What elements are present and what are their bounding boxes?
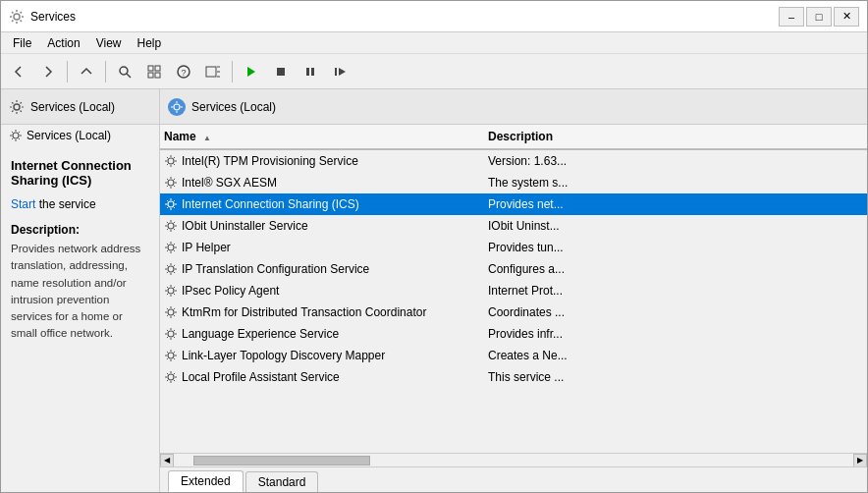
window-icon: [9, 9, 25, 25]
row-name: Intel® SGX AESM: [160, 176, 484, 190]
svg-point-25: [168, 223, 174, 229]
svg-point-20: [13, 133, 19, 138]
resume-service-button[interactable]: [326, 58, 353, 85]
service-icon: [164, 305, 178, 319]
help-button[interactable]: ?: [170, 58, 197, 85]
title-bar: Services – □ ✕: [1, 1, 867, 32]
col-header-name[interactable]: Name ▲: [160, 130, 484, 143]
title-buttons: – □ ✕: [779, 7, 859, 27]
svg-text:?: ?: [181, 68, 186, 78]
menu-view[interactable]: View: [88, 34, 130, 52]
menu-file[interactable]: File: [5, 34, 39, 52]
h-scroll-left[interactable]: ◀: [160, 454, 174, 467]
sidebar-tree-item[interactable]: Services (Local): [1, 125, 159, 146]
sidebar-header-label: Services (Local): [30, 100, 115, 114]
sidebar-description-label: Description:: [11, 223, 149, 237]
svg-rect-16: [311, 68, 314, 76]
row-name: IObit Uninstaller Service: [160, 219, 484, 233]
export-button[interactable]: [199, 58, 227, 85]
svg-point-27: [168, 266, 174, 272]
up-button[interactable]: [73, 58, 100, 85]
svg-point-19: [14, 104, 20, 110]
row-name: Intel(R) TPM Provisioning Service: [160, 154, 484, 168]
table-row[interactable]: KtmRm for Distributed Transaction Coordi…: [160, 301, 867, 323]
sidebar-start-link[interactable]: Start: [11, 197, 35, 211]
row-description: Coordinates ...: [484, 305, 867, 319]
service-icon: [164, 370, 178, 384]
table-row[interactable]: IObit Uninstaller ServiceIObit Uninst...: [160, 215, 867, 237]
h-scroll-track[interactable]: [174, 455, 853, 466]
menu-bar: File Action View Help: [1, 32, 867, 54]
sidebar-tree-icon: [9, 129, 23, 142]
table-row[interactable]: Internet Connection Sharing (ICS)Provide…: [160, 193, 867, 215]
svg-marker-13: [247, 67, 255, 77]
forward-button[interactable]: [34, 58, 62, 85]
close-button[interactable]: ✕: [834, 7, 859, 27]
sidebar-info: Internet Connection Sharing (ICS) Start …: [1, 146, 159, 355]
svg-point-32: [168, 374, 174, 380]
table-row[interactable]: Intel(R) TPM Provisioning ServiceVersion…: [160, 150, 867, 172]
svg-rect-17: [335, 68, 337, 76]
title-bar-left: Services: [9, 9, 76, 25]
sort-indicator: ▲: [203, 134, 211, 142]
service-icon: [164, 219, 178, 233]
tab-standard[interactable]: Standard: [245, 471, 319, 492]
service-icon: [164, 327, 178, 341]
row-name: KtmRm for Distributed Transaction Coordi…: [160, 305, 484, 319]
row-description: Provides infr...: [484, 327, 867, 341]
row-description: Provides tun...: [484, 241, 867, 254]
toolbar-sep-2: [105, 61, 106, 82]
service-icon: [164, 176, 178, 190]
view-button[interactable]: [140, 58, 168, 85]
h-scroll-right[interactable]: ▶: [853, 454, 867, 467]
back-button[interactable]: [5, 58, 32, 85]
row-description: IObit Uninst...: [484, 219, 867, 233]
start-service-button[interactable]: [238, 58, 265, 85]
table-row[interactable]: Intel® SGX AESMThe system s...: [160, 172, 867, 193]
table-row[interactable]: IP Translation Configuration ServiceConf…: [160, 258, 867, 280]
menu-action[interactable]: Action: [39, 34, 87, 52]
row-name: IP Translation Configuration Service: [160, 262, 484, 276]
horizontal-scrollbar[interactable]: ◀ ▶: [160, 453, 867, 466]
svg-marker-18: [339, 68, 346, 76]
content-area: Services (Local) Services (Local) Intern…: [1, 89, 867, 492]
tab-extended[interactable]: Extended: [168, 470, 244, 492]
services-window: Services – □ ✕ File Action View Help: [0, 0, 868, 493]
svg-rect-15: [306, 68, 309, 76]
row-name: Local Profile Assistant Service: [160, 370, 484, 384]
row-description: Provides net...: [484, 197, 867, 211]
search-button[interactable]: [111, 58, 138, 85]
pause-service-button[interactable]: [297, 58, 324, 85]
svg-line-2: [127, 74, 131, 78]
table-row[interactable]: Local Profile Assistant ServiceThis serv…: [160, 366, 867, 388]
menu-help[interactable]: Help: [130, 34, 170, 52]
table-body[interactable]: Intel(R) TPM Provisioning ServiceVersion…: [160, 150, 867, 453]
row-description: Configures a...: [484, 262, 867, 276]
table-row[interactable]: Link-Layer Topology Discovery MapperCrea…: [160, 345, 867, 366]
minimize-button[interactable]: –: [779, 7, 804, 27]
h-scroll-thumb[interactable]: [193, 456, 370, 466]
toolbar-sep-3: [232, 61, 233, 82]
table-row[interactable]: Language Experience ServiceProvides infr…: [160, 323, 867, 345]
stop-service-button[interactable]: [267, 58, 295, 85]
row-description: Creates a Ne...: [484, 349, 867, 362]
svg-rect-14: [277, 68, 285, 76]
services-table: Name ▲ Description Intel(R) TPM Provisio…: [160, 125, 867, 466]
main-header-icon: [168, 98, 186, 116]
svg-point-31: [168, 353, 174, 358]
service-icon: [164, 154, 178, 168]
table-row[interactable]: IP HelperProvides tun...: [160, 237, 867, 258]
sidebar: Services (Local) Services (Local) Intern…: [1, 89, 160, 492]
svg-point-1: [120, 67, 128, 75]
service-icon: [164, 262, 178, 276]
sidebar-description-text: Provides network address translation, ad…: [11, 241, 149, 343]
maximize-button[interactable]: □: [806, 7, 832, 27]
svg-point-0: [14, 14, 20, 20]
sidebar-start-action: Start the service: [11, 197, 149, 211]
sidebar-header-icon: [9, 99, 25, 115]
svg-point-22: [168, 158, 174, 164]
table-row[interactable]: IPsec Policy AgentInternet Prot...: [160, 280, 867, 301]
row-description: The system s...: [484, 176, 867, 190]
col-header-description[interactable]: Description: [484, 130, 867, 143]
row-name: IP Helper: [160, 241, 484, 254]
